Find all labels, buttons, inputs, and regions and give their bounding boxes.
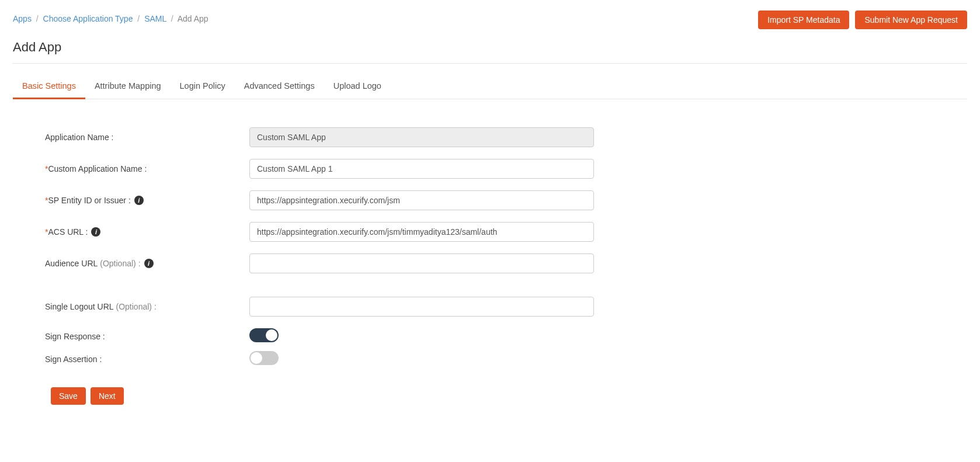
sign-assertion-toggle[interactable] [249, 351, 279, 365]
breadcrumb-sep: / [171, 14, 173, 23]
tab-upload-logo[interactable]: Upload Logo [324, 75, 391, 99]
tabs: Basic Settings Attribute Mapping Login P… [13, 75, 967, 99]
breadcrumb: Apps / Choose Application Type / SAML / … [13, 11, 208, 23]
submit-new-app-request-button[interactable]: Submit New App Request [855, 11, 967, 29]
sign-response-toggle[interactable] [249, 328, 279, 342]
breadcrumb-current: Add App [178, 14, 208, 23]
form-basic-settings: Application Name : *Custom Application N… [13, 99, 626, 416]
info-icon[interactable]: i [144, 259, 154, 268]
page-title: Add App [13, 40, 967, 55]
tab-advanced-settings[interactable]: Advanced Settings [235, 75, 324, 99]
save-button[interactable]: Save [51, 387, 86, 405]
toggle-knob [251, 352, 262, 364]
label-sign-assertion: Sign Assertion : [45, 355, 249, 364]
breadcrumb-saml[interactable]: SAML [144, 14, 166, 23]
custom-application-name-input[interactable] [249, 159, 594, 179]
divider [13, 63, 967, 64]
breadcrumb-choose-type[interactable]: Choose Application Type [43, 14, 133, 23]
toggle-knob [266, 329, 277, 341]
import-sp-metadata-button[interactable]: Import SP Metadata [758, 11, 849, 29]
sp-entity-id-input[interactable] [249, 190, 594, 210]
label-single-logout-url: Single Logout URL (Optional) : [45, 302, 249, 311]
next-button[interactable]: Next [91, 387, 124, 405]
tab-login-policy[interactable]: Login Policy [171, 75, 235, 99]
info-icon[interactable]: i [134, 196, 144, 205]
label-application-name: Application Name : [45, 133, 249, 142]
info-icon[interactable]: i [91, 227, 100, 237]
tab-basic-settings[interactable]: Basic Settings [13, 75, 85, 99]
single-logout-url-input[interactable] [249, 297, 594, 317]
breadcrumb-sep: / [137, 14, 140, 23]
breadcrumb-apps[interactable]: Apps [13, 14, 32, 23]
tab-attribute-mapping[interactable]: Attribute Mapping [85, 75, 171, 99]
label-sign-response: Sign Response : [45, 332, 249, 341]
audience-url-input[interactable] [249, 253, 594, 273]
label-acs-url: *ACS URL : i [45, 227, 249, 237]
label-sp-entity-id: *SP Entity ID or Issuer : i [45, 196, 249, 205]
acs-url-input[interactable] [249, 222, 594, 242]
breadcrumb-sep: / [36, 14, 39, 23]
label-audience-url: Audience URL (Optional) : i [45, 259, 249, 268]
application-name-input [249, 127, 594, 147]
label-custom-application-name: *Custom Application Name : [45, 164, 249, 173]
